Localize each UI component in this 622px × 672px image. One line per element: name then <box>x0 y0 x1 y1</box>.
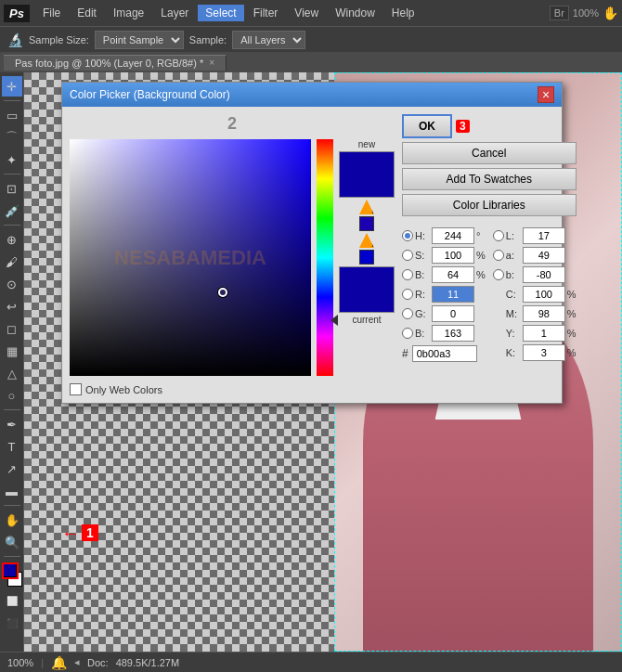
color-gradient-field[interactable]: NESABAMEDIA <box>70 139 311 376</box>
healing-tool[interactable]: ⊕ <box>2 229 22 250</box>
values-right: L: a: <box>493 227 577 364</box>
brush-tool[interactable]: 🖌 <box>2 252 22 272</box>
menu-file[interactable]: File <box>35 5 68 21</box>
web-warning-icon[interactable]: ! <box>359 233 374 248</box>
screen-mode[interactable]: ⬛ <box>2 613 22 633</box>
menu-image[interactable]: Image <box>106 5 151 21</box>
tab-main[interactable]: Pas foto.jpg @ 100% (Layer 0, RGB/8#) * … <box>4 55 227 71</box>
saturation-label: S: <box>415 250 430 261</box>
dialog-body: 2 NESABAMEDIA <box>62 107 562 403</box>
green-input[interactable] <box>432 305 474 322</box>
k-input[interactable] <box>523 344 565 361</box>
menu-edit[interactable]: Edit <box>70 5 104 21</box>
menu-view[interactable]: View <box>287 5 326 21</box>
b-lab-radio[interactable] <box>493 269 504 280</box>
saturation-radio[interactable] <box>402 250 413 261</box>
c-input[interactable] <box>523 286 565 303</box>
menu-window[interactable]: Window <box>328 5 382 21</box>
k-unit: % <box>567 347 577 358</box>
navigator-icon[interactable]: ◂ <box>74 656 80 668</box>
values-section: H: ° S: % <box>402 227 577 364</box>
m-input[interactable] <box>523 305 565 322</box>
y-row: Y: % <box>493 325 577 342</box>
spectrum-bar-container[interactable] <box>317 139 333 376</box>
add-to-swatches-button[interactable]: Add To Swatches <box>402 168 577 190</box>
path-tool[interactable]: ↗ <box>2 459 22 479</box>
move-tool[interactable]: ✛ <box>2 76 22 97</box>
web-colors-row: Only Web Colors <box>70 383 395 395</box>
ok-button[interactable]: OK <box>402 114 452 138</box>
hand-icon[interactable]: ✋ <box>603 6 618 20</box>
magic-wand-tool[interactable]: ✦ <box>2 149 22 170</box>
red-input[interactable] <box>432 286 474 303</box>
eraser-tool[interactable]: ◻ <box>2 318 22 339</box>
dodge-tool[interactable]: ○ <box>2 385 22 406</box>
color-libraries-button[interactable]: Color Libraries <box>402 194 577 216</box>
status-separator: | <box>41 657 44 668</box>
blue-input[interactable] <box>432 325 474 342</box>
only-web-colors-checkbox[interactable] <box>70 383 82 395</box>
blur-tool[interactable]: △ <box>2 363 22 383</box>
hue-input[interactable] <box>432 227 474 244</box>
l-radio[interactable] <box>493 230 504 241</box>
green-radio[interactable] <box>402 308 413 319</box>
dialog-close-button[interactable]: × <box>538 86 554 103</box>
a-input[interactable] <box>523 247 565 264</box>
blue-radio[interactable] <box>402 328 413 339</box>
crop-tool[interactable]: ⊡ <box>2 178 22 199</box>
eyedropper-icon[interactable]: 🔬 <box>7 32 23 47</box>
zoom-display: 100% <box>573 7 599 19</box>
history-tool[interactable]: ↩ <box>2 296 22 317</box>
dialog-title-bar: Color Picker (Background Color) × <box>62 83 562 107</box>
m-unit: % <box>567 308 577 319</box>
cancel-button[interactable]: Cancel <box>402 142 577 164</box>
hex-input[interactable] <box>412 345 477 362</box>
hue-row: H: ° <box>402 227 486 244</box>
c-unit: % <box>567 289 577 300</box>
b-lab-input[interactable] <box>523 266 565 283</box>
red-radio[interactable] <box>402 289 413 300</box>
menu-help[interactable]: Help <box>384 5 422 21</box>
hand-tool[interactable]: ✋ <box>2 510 22 530</box>
doc-value: 489.5K/1.27M <box>116 657 180 668</box>
a-row: a: <box>493 247 577 264</box>
tab-label: Pas foto.jpg @ 100% (Layer 0, RGB/8#) * <box>15 58 203 69</box>
l-input[interactable] <box>523 227 565 244</box>
brightness-radio[interactable] <box>402 269 413 280</box>
menu-select[interactable]: Select <box>198 5 243 21</box>
clone-tool[interactable]: ⊙ <box>2 274 22 294</box>
gamut-color-swatch[interactable] <box>359 216 374 231</box>
web-color-swatch[interactable] <box>359 250 374 265</box>
brightness-input[interactable] <box>432 266 474 283</box>
y-unit: % <box>567 328 577 339</box>
menu-layer[interactable]: Layer <box>153 5 196 21</box>
br-button[interactable]: Br <box>550 6 569 20</box>
shape-tool[interactable]: ▬ <box>2 481 22 501</box>
menu-right: Br 100% ✋ <box>550 6 618 20</box>
hue-label: H: <box>415 230 430 241</box>
sample-size-select[interactable]: Point Sample <box>95 31 184 49</box>
hue-radio[interactable] <box>402 230 413 241</box>
status-info-icon[interactable]: 🔔 <box>51 655 67 670</box>
foreground-color-box[interactable] <box>2 562 17 577</box>
lasso-tool[interactable]: ⌒ <box>2 127 22 148</box>
a-radio[interactable] <box>493 250 504 261</box>
menu-filter[interactable]: Filter <box>246 5 286 21</box>
sample-select[interactable]: All Layers <box>232 31 305 49</box>
y-input[interactable] <box>523 325 565 342</box>
zoom-tool[interactable]: 🔍 <box>2 532 22 552</box>
pen-tool[interactable]: ✒ <box>2 414 22 434</box>
gradient-tool[interactable]: ▦ <box>2 341 22 361</box>
type-tool[interactable]: T <box>2 436 22 457</box>
m-label: M: <box>506 308 521 319</box>
dialog-title-text: Color Picker (Background Color) <box>70 88 230 101</box>
saturation-unit: % <box>476 250 486 261</box>
eyedropper-tool[interactable]: 💉 <box>2 200 22 221</box>
ps-logo: Ps <box>4 5 30 22</box>
tab-close-button[interactable]: × <box>209 58 214 68</box>
quick-mask-toggle[interactable]: ⬜ <box>2 590 22 611</box>
gamut-warning-icon[interactable]: ! <box>359 200 374 214</box>
marquee-tool[interactable]: ▭ <box>2 105 22 125</box>
hex-row: # <box>402 345 486 362</box>
saturation-input[interactable] <box>432 247 474 264</box>
